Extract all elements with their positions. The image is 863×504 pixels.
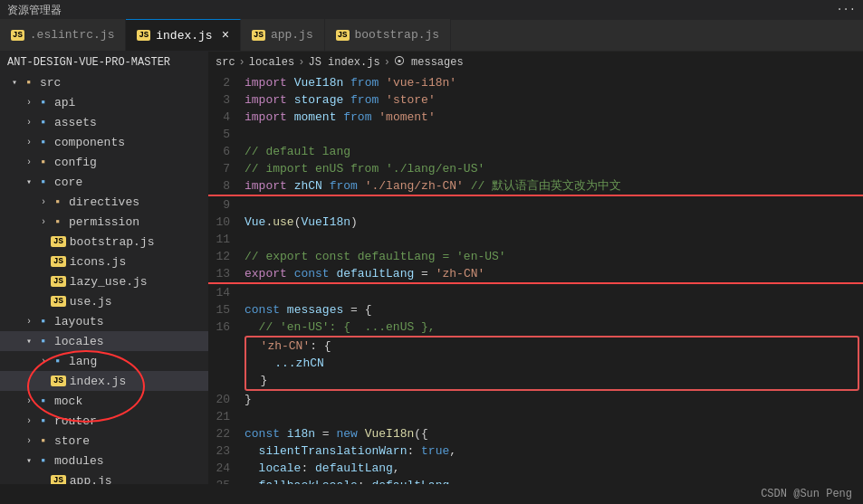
tree-item[interactable]: ›▪mock	[0, 391, 208, 411]
tree-item[interactable]: ▾▪core	[0, 172, 208, 192]
line-content: }	[245, 391, 863, 408]
line-content: }	[246, 372, 858, 389]
line-number: 7	[208, 160, 245, 177]
tree-item[interactable]: ›▪directives	[0, 192, 208, 212]
js-icon: JS	[252, 30, 265, 41]
token	[246, 339, 261, 353]
line-number: 3	[208, 91, 245, 109]
line-content: import moment from 'moment'	[245, 109, 863, 126]
folder-icon: ▪	[51, 195, 65, 209]
code-line: 2import VueI18n from 'vue-i18n'	[208, 74, 863, 91]
breadcrumb-item[interactable]: ⦿ messages	[394, 55, 464, 69]
main-area: ANT-DESIGN-VUE-PRO-MASTER ▾▪src›▪api›▪as…	[0, 52, 863, 484]
tab-bootstrapjs[interactable]: JSbootstrap.js	[325, 19, 451, 51]
tree-label: index.js	[70, 375, 126, 388]
tab-label: bootstrap.js	[355, 28, 440, 42]
tree-item[interactable]: ›▪config	[0, 152, 208, 172]
tree-label: assets	[54, 116, 97, 129]
token	[280, 303, 287, 317]
token	[287, 76, 294, 90]
js-file-icon: JS	[51, 296, 66, 307]
tree-item[interactable]: ›▪store	[0, 431, 208, 451]
folder-icon: ▪	[36, 395, 51, 408]
line-number: 22	[208, 425, 245, 442]
tree-label: modules	[54, 454, 104, 468]
token: 'moment'	[379, 110, 435, 124]
tab-appjs[interactable]: JSapp.js	[241, 19, 325, 51]
token: = {	[343, 303, 371, 317]
tree-item[interactable]: ▾▪src	[0, 72, 208, 92]
tree-item[interactable]: JSlazy_use.js	[0, 271, 208, 291]
tree-item[interactable]: ›▪router	[0, 411, 208, 431]
token: './lang/zh-CN'	[365, 179, 464, 193]
breadcrumb-item[interactable]: locales	[249, 56, 294, 69]
tab-indexjs[interactable]: JSindex.js×	[126, 19, 241, 51]
tree-item[interactable]: JSindex.js	[0, 371, 208, 391]
code-line: 10Vue.use(VueI18n)	[208, 214, 863, 231]
token: =	[414, 267, 435, 281]
folder-icon: ▪	[36, 315, 51, 328]
js-file-icon: JS	[51, 256, 66, 267]
sidebar: ANT-DESIGN-VUE-PRO-MASTER ▾▪src›▪api›▪as…	[0, 52, 208, 484]
tree-item[interactable]: ›▪assets	[0, 112, 208, 132]
token: export	[245, 267, 287, 281]
explorer-dots[interactable]: ···	[836, 4, 856, 16]
folder-icon: ▪	[36, 96, 51, 109]
token: from	[350, 76, 379, 90]
folder-arrow: ▾	[22, 455, 36, 466]
line-number: 20	[208, 391, 245, 408]
tree-item[interactable]: JSapp.js	[0, 471, 208, 484]
tab-bar: JS.eslintrc.jsJSindex.js×JSapp.jsJSboots…	[0, 20, 863, 52]
token: 'zh-CN'	[261, 339, 311, 353]
tab-eslintrc[interactable]: JS.eslintrc.js	[0, 19, 126, 51]
tree-item[interactable]: JSbootstrap.js	[0, 232, 208, 252]
code-line: 19 }	[246, 372, 858, 389]
folder-arrow: ▾	[22, 336, 36, 347]
code-line: 20}	[208, 391, 863, 408]
code-line: 7// import enUS from './lang/en-US'	[208, 160, 863, 177]
folder-arrow: ›	[22, 118, 36, 128]
line-content: // import enUS from './lang/en-US'	[245, 160, 863, 177]
token: }	[245, 393, 252, 406]
code-line: 13export const defaultLang = 'zh-CN'	[208, 265, 863, 284]
token: VueI18n	[301, 215, 350, 229]
token: // default lang	[245, 145, 350, 158]
code-line: 21	[208, 408, 863, 425]
tree-label: locales	[54, 335, 104, 348]
tree-item[interactable]: ▾▪modules	[0, 451, 208, 471]
tree-item[interactable]: ›▪lang	[0, 351, 208, 371]
tab-label: app.js	[271, 28, 313, 42]
token: Vue	[245, 215, 265, 229]
line-number: 4	[208, 109, 245, 126]
line-content: // 'en-US': { ...enUS },	[245, 319, 863, 336]
token: VueI18n	[365, 427, 415, 441]
tree-item[interactable]: JSuse.js	[0, 291, 208, 311]
tree-item[interactable]: ›▪api	[0, 92, 208, 112]
line-number: 2	[208, 74, 245, 91]
line-content: locale: defaultLang,	[245, 460, 863, 477]
token	[287, 267, 294, 281]
breadcrumb-sep: ›	[298, 56, 304, 69]
tree-label: permission	[69, 215, 139, 229]
tree-label: icons.js	[70, 255, 126, 269]
breadcrumb-item[interactable]: src	[216, 56, 235, 69]
tree-label: mock	[54, 395, 82, 408]
folder-icon: ▪	[51, 355, 65, 368]
code-line: 24 locale: defaultLang,	[208, 460, 863, 477]
token: // 'en-US': { ...enUS },	[245, 320, 436, 334]
js-file-icon: JS	[51, 475, 66, 484]
tree-item[interactable]: ▾▪locales	[0, 331, 208, 351]
tree-item[interactable]: ›▪permission	[0, 212, 208, 232]
js-file-icon: JS	[51, 376, 66, 386]
token	[358, 179, 365, 193]
tree-item[interactable]: ›▪components	[0, 132, 208, 152]
line-number: 24	[208, 460, 245, 477]
tree-item[interactable]: JSicons.js	[0, 252, 208, 271]
token: const	[245, 427, 280, 441]
tab-close[interactable]: ×	[222, 28, 229, 43]
tree-label: lang	[69, 355, 97, 368]
tree-item[interactable]: ›▪layouts	[0, 311, 208, 331]
tree-label: api	[54, 96, 75, 109]
breadcrumb-item[interactable]: JS index.js	[308, 56, 379, 69]
code-line: 16 // 'en-US': { ...enUS },	[208, 319, 863, 336]
